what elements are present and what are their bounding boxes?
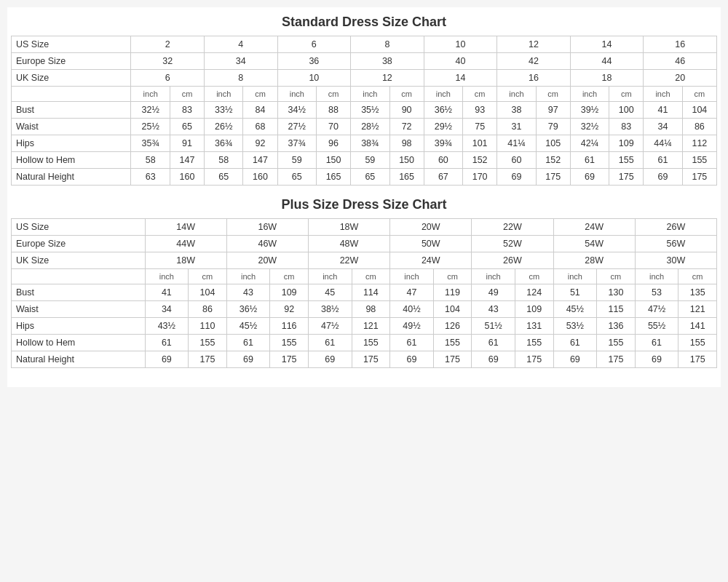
standard-us-14: 14: [570, 36, 644, 53]
standard-hips-row: Hips 35¾ 91 36¾ 92 37¾ 96 38¾ 98 39¾ 101…: [12, 135, 717, 152]
plus-eu-48w: 48W: [308, 236, 389, 252]
s-bust-6: 35½: [351, 102, 389, 119]
p-hips-7: 126: [433, 318, 472, 335]
p-hollow-7: 155: [433, 335, 472, 351]
p-bust-10: 51: [553, 284, 597, 301]
plus-unit-11: cm: [597, 269, 636, 284]
s-hollow-9: 152: [463, 152, 497, 169]
p-hips-6: 49½: [390, 318, 434, 335]
s-waist-3: 68: [243, 119, 277, 135]
standard-unit-0: inch: [131, 87, 170, 102]
s-hollow-4: 59: [277, 152, 316, 169]
standard-uk-size-row: UK Size 6 8 10 12 14 16 18 20: [12, 70, 717, 87]
standard-unit-15: cm: [682, 87, 716, 102]
s-hips-10: 41¼: [497, 135, 536, 152]
plus-hips-row: Hips 43½ 110 45½ 116 47½ 121 49½ 126 51½…: [12, 318, 717, 335]
s-bust-12: 39½: [570, 102, 609, 119]
p-hips-12: 55½: [635, 318, 678, 335]
s-height-8: 67: [424, 169, 462, 186]
s-height-6: 65: [351, 169, 389, 186]
p-bust-13: 135: [678, 284, 717, 301]
standard-waist-row: Waist 25½ 65 26½ 68 27½ 70 28½ 72 29½ 75…: [12, 119, 717, 135]
plus-unit-10: inch: [553, 269, 597, 284]
plus-eu-56w: 56W: [635, 236, 716, 252]
s-waist-2: 26½: [205, 119, 243, 135]
plus-us-label: US Size: [12, 219, 146, 236]
p-hollow-8: 61: [472, 335, 515, 351]
s-waist-15: 86: [682, 119, 716, 135]
s-hips-12: 42¼: [570, 135, 609, 152]
s-hollow-8: 60: [424, 152, 462, 169]
standard-uk-20: 20: [644, 70, 717, 87]
s-hips-8: 39¾: [424, 135, 462, 152]
standard-unit-12: inch: [570, 87, 609, 102]
s-height-1: 160: [170, 169, 204, 186]
s-waist-10: 31: [497, 119, 536, 135]
plus-table: US Size 14W 16W 18W 20W 22W 24W 26W Euro…: [11, 218, 717, 368]
plus-us-24w: 24W: [553, 219, 635, 236]
plus-unit-5: cm: [352, 269, 390, 284]
plus-unit-7: cm: [433, 269, 472, 284]
standard-uk-10: 10: [277, 70, 351, 87]
standard-eu-40: 40: [424, 53, 497, 70]
s-hips-3: 92: [243, 135, 277, 152]
plus-unit-2: inch: [226, 269, 270, 284]
standard-unit-10: inch: [497, 87, 536, 102]
plus-us-20w: 20W: [390, 219, 472, 236]
standard-hollow-row: Hollow to Hem 58 147 58 147 59 150 59 15…: [12, 152, 717, 169]
s-hollow-13: 155: [609, 152, 644, 169]
s-bust-3: 84: [243, 102, 277, 119]
s-hips-1: 91: [170, 135, 204, 152]
p-hips-4: 47½: [308, 318, 352, 335]
p-bust-4: 45: [308, 284, 352, 301]
standard-eu-46: 46: [644, 53, 717, 70]
p-hips-1: 110: [189, 318, 227, 335]
s-waist-12: 32½: [570, 119, 609, 135]
standard-bust-row: Bust 32½ 83 33½ 84 34½ 88 35½ 90 36½ 93 …: [12, 102, 717, 119]
plus-uk-22w: 22W: [308, 252, 389, 269]
s-hollow-14: 61: [644, 152, 682, 169]
plus-uk-30w: 30W: [635, 252, 716, 269]
plus-us-26w: 26W: [635, 219, 716, 236]
s-hollow-7: 150: [389, 152, 424, 169]
plus-eu-46w: 46W: [226, 236, 308, 252]
p-hips-10: 53½: [553, 318, 597, 335]
plus-uk-size-row: UK Size 18W 20W 22W 24W 26W 28W 30W: [12, 252, 717, 269]
p-height-8: 69: [472, 351, 515, 368]
plus-unit-13: cm: [678, 269, 717, 284]
standard-eu-34: 34: [205, 53, 278, 70]
standard-europe-label: Europe Size: [12, 53, 131, 70]
plus-units-row: inch cm inch cm inch cm inch cm inch cm …: [12, 269, 717, 284]
plus-waist-row: Waist 34 86 36½ 92 38½ 98 40½ 104 43 109…: [12, 301, 717, 318]
p-hollow-13: 155: [678, 335, 717, 351]
s-hips-14: 44¼: [644, 135, 682, 152]
s-hips-0: 35¾: [131, 135, 170, 152]
standard-height-label: Natural Height: [12, 169, 131, 186]
s-waist-6: 28½: [351, 119, 389, 135]
standard-uk-label: UK Size: [12, 70, 131, 87]
plus-us-16w: 16W: [226, 219, 308, 236]
standard-unit-6: inch: [351, 87, 389, 102]
standard-unit-11: cm: [536, 87, 570, 102]
p-hollow-6: 61: [390, 335, 434, 351]
p-hips-8: 51½: [472, 318, 515, 335]
p-hollow-10: 61: [553, 335, 597, 351]
s-bust-10: 38: [497, 102, 536, 119]
plus-unit-3: cm: [270, 269, 309, 284]
s-height-4: 65: [277, 169, 316, 186]
standard-us-size-row: US Size 2 4 6 8 10 12 14 16: [12, 36, 717, 53]
p-height-12: 69: [635, 351, 678, 368]
s-hips-7: 98: [389, 135, 424, 152]
s-height-11: 175: [536, 169, 570, 186]
p-height-7: 175: [433, 351, 472, 368]
s-bust-15: 104: [682, 102, 716, 119]
s-bust-5: 88: [317, 102, 351, 119]
s-hips-2: 36¾: [205, 135, 243, 152]
plus-us-14w: 14W: [145, 219, 226, 236]
s-bust-8: 36½: [424, 102, 462, 119]
standard-unit-7: cm: [389, 87, 424, 102]
p-bust-3: 109: [270, 284, 309, 301]
s-height-12: 69: [570, 169, 609, 186]
s-waist-11: 79: [536, 119, 570, 135]
plus-unit-12: inch: [635, 269, 678, 284]
